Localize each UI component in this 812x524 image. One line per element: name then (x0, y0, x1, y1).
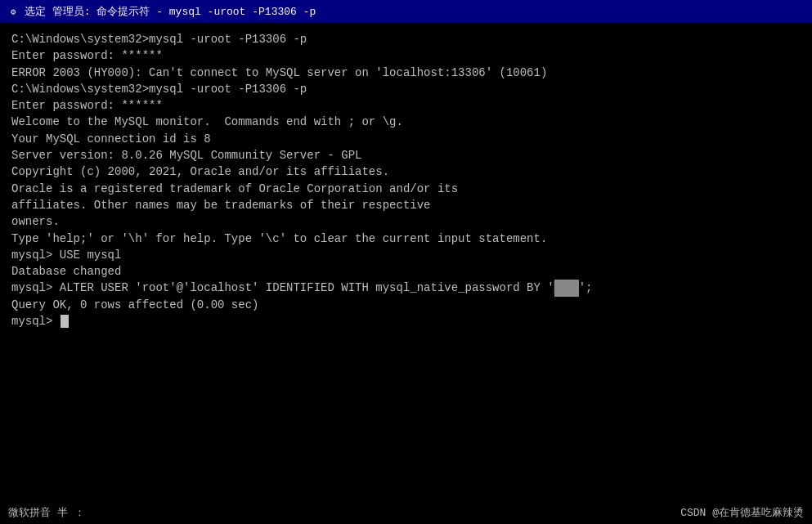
terminal-line: mysql> (11, 313, 801, 329)
terminal-line: Server version: 8.0.26 MySQL Community S… (11, 147, 801, 163)
terminal-line: Enter password: ****** (11, 97, 801, 114)
terminal-line: affiliates. Other names may be trademark… (11, 197, 801, 213)
title-bar-icon: ⚙ (7, 5, 20, 18)
terminal-line: Query OK, 0 rows affected (0.00 sec) (11, 297, 801, 313)
terminal-body[interactable]: C:\Windows\system32>mysql -uroot -P13306… (0, 23, 812, 501)
terminal-line: Welcome to the MySQL monitor. Commands e… (11, 114, 801, 130)
status-left: 微软拼音 半 ： (8, 505, 85, 520)
title-bar: ⚙ 选定 管理员: 命令提示符 - mysql -uroot -P13306 -… (0, 0, 812, 23)
cursor (61, 315, 69, 328)
terminal-line: C:\Windows\system32>mysql -uroot -P13306… (11, 31, 801, 47)
terminal-line: Type 'help;' or '\h' for help. Type '\c'… (11, 231, 801, 247)
terminal-line: Enter password: ****** (11, 47, 801, 64)
terminal-line: mysql> ALTER USER 'root'@'localhost' IDE… (11, 280, 801, 296)
terminal-line: mysql> USE mysql (11, 247, 801, 263)
terminal-line: Oracle is a registered trademark of Orac… (11, 181, 801, 197)
terminal-line: Your MySQL connection id is 8 (11, 131, 801, 147)
redacted-password: ███ (554, 280, 579, 296)
terminal-line: ERROR 2003 (HY000): Can't connect to MyS… (11, 65, 801, 81)
terminal-line: Copyright (c) 2000, 2021, Oracle and/or … (11, 163, 801, 180)
terminal-line: Database changed (11, 263, 801, 280)
terminal-line: owners. (11, 213, 801, 230)
title-text: 选定 管理员: 命令提示符 - mysql -uroot -P13306 -p (25, 4, 805, 19)
status-right: CSDN @在肯德基吃麻辣烫 (680, 505, 804, 520)
terminal-line: C:\Windows\system32>mysql -uroot -P13306… (11, 81, 801, 97)
status-bar: 微软拼音 半 ： CSDN @在肯德基吃麻辣烫 (0, 501, 812, 524)
